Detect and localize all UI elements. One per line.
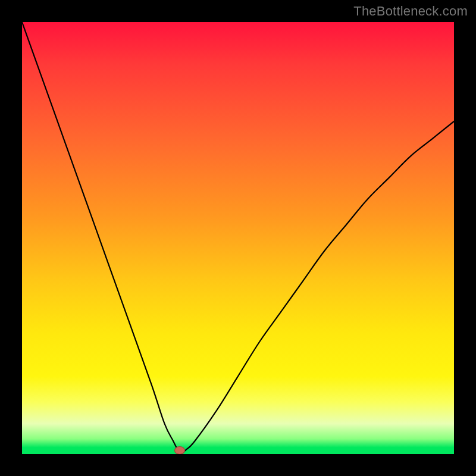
minimum-marker [174,447,184,455]
watermark-text: TheBottleneck.com [353,4,468,19]
plot-area [22,22,454,454]
chart-frame: TheBottleneck.com [0,0,476,476]
bottleneck-curve [22,22,454,454]
curve-svg [22,22,454,454]
